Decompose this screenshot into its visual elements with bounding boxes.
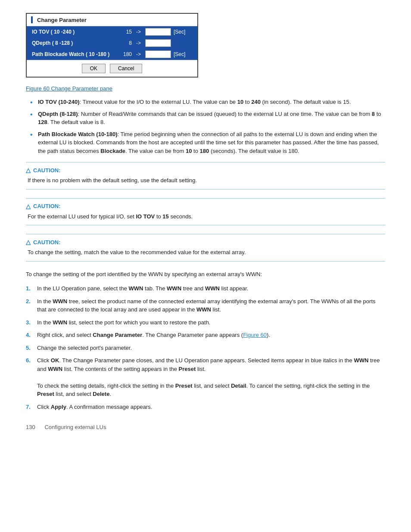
steps-list: 1. In the LU Operation pane, select the … (26, 284, 385, 411)
dialog-row-pbw: Path Blockade Watch ( 10 -180 ) 180 -> [… (27, 49, 197, 60)
figure60-link[interactable]: Figure 60 (243, 332, 267, 338)
change-parameter-dialog: Change Parameter IO TOV ( 10 -240 ) 15 -… (26, 13, 198, 78)
bullet-iotov: IO TOV (10-240): Timeout value for the I… (30, 98, 385, 106)
step-num-7: 7. (26, 403, 33, 411)
step-content-7: Click Apply. A confirmation message appe… (37, 403, 385, 411)
qdepth-input[interactable] (145, 39, 171, 47)
dialog-row-iotov: IO TOV ( 10 -240 ) 15 -> [Sec] (27, 26, 197, 37)
step-6: 6. Click OK. The Change Parameter pane c… (26, 356, 385, 398)
bullet-pbw-text: Path Blockade Watch (10-180): Time perio… (38, 131, 379, 154)
step-num-5: 5. (26, 344, 33, 352)
ok-button[interactable]: OK (82, 64, 106, 73)
caution-triangle-icon-2: △ (26, 203, 31, 210)
iotov-value: 15 (119, 29, 132, 35)
dialog-title-bar: Change Parameter (27, 14, 197, 26)
caution-header-3: △ CAUTION: (26, 239, 385, 246)
step-num-4: 4. (26, 331, 33, 339)
step-content-1: In the LU Operation pane, select the WWN… (37, 284, 385, 293)
iotov-input[interactable] (145, 28, 171, 36)
step-content-3: In the WWN list, select the port for whi… (37, 318, 385, 327)
step-3: 3. In the WWN list, select the port for … (26, 318, 385, 327)
caution-box-1: △ CAUTION: If there is no problem with t… (26, 162, 385, 190)
step-num-1: 1. (26, 284, 33, 293)
bullet-qdepth-text: QDepth (8-128): Number of Read/Write com… (38, 111, 381, 126)
bullet-qdepth: QDepth (8-128): Number of Read/Write com… (30, 110, 385, 127)
step-num-6: 6. (26, 356, 33, 398)
step-num-2: 2. (26, 297, 33, 314)
page-footer: 130 Configuring external LUs (26, 424, 385, 430)
qdepth-value: 8 (119, 40, 132, 46)
iotov-label: IO TOV ( 10 -240 ) (30, 28, 116, 36)
pbw-label: Path Blockade Watch ( 10 -180 ) (30, 50, 116, 58)
caution-label-3: CAUTION: (33, 239, 61, 246)
bullet-pbw: Path Blockade Watch (10-180): Time perio… (30, 130, 385, 156)
step-num-3: 3. (26, 318, 33, 327)
caution-header-2: △ CAUTION: (26, 203, 385, 210)
dialog-title: Change Parameter (37, 17, 87, 23)
step-content-4: Right click, and select Change Parameter… (37, 331, 385, 339)
bullet-iotov-text: IO TOV (10-240): Timeout value for the I… (38, 99, 351, 105)
figure-caption[interactable]: Figure 60 Change Parameter pane (26, 85, 385, 92)
dialog-buttons: OK Cancel (27, 60, 197, 77)
step-content-2: In the WWN tree, select the product name… (37, 297, 385, 314)
page-number: 130 (26, 424, 35, 430)
step-content-5: Change the selected port's parameter. (37, 344, 385, 352)
caution-box-3: △ CAUTION: To change the setting, match … (26, 234, 385, 261)
qdepth-arrow: -> (136, 40, 141, 46)
pbw-input[interactable] (145, 50, 171, 58)
intro-text: To change the setting of the port identi… (26, 270, 385, 279)
step-7: 7. Click Apply. A confirmation message a… (26, 403, 385, 411)
iotov-arrow: -> (136, 29, 141, 35)
dialog-row-qdepth: QDepth ( 8 -128 ) 8 -> (27, 37, 197, 49)
step-5: 5. Change the selected port's parameter. (26, 344, 385, 352)
cancel-button[interactable]: Cancel (110, 64, 142, 73)
pbw-arrow: -> (136, 51, 141, 57)
caution-header-1: △ CAUTION: (26, 167, 385, 174)
caution-label-2: CAUTION: (33, 203, 61, 209)
footer-text: Configuring external LUs (44, 424, 106, 430)
qdepth-label: QDepth ( 8 -128 ) (30, 39, 116, 47)
step-2: 2. In the WWN tree, select the product n… (26, 297, 385, 314)
pbw-unit: [Sec] (174, 51, 187, 57)
step-4: 4. Right click, and select Change Parame… (26, 331, 385, 339)
caution-triangle-icon-1: △ (26, 167, 31, 174)
bullet-list: IO TOV (10-240): Timeout value for the I… (26, 98, 385, 155)
iotov-unit: [Sec] (174, 29, 187, 35)
step-content-6: Click OK. The Change Parameter pane clos… (37, 356, 385, 398)
caution-text-1: If there is no problem with the default … (26, 176, 385, 185)
pbw-value: 180 (119, 51, 132, 57)
caution-label-1: CAUTION: (33, 167, 61, 174)
step-1: 1. In the LU Operation pane, select the … (26, 284, 385, 293)
caution-box-2: △ CAUTION: For the external LU used for … (26, 198, 385, 226)
caution-text-2: For the external LU used for typical I/O… (26, 212, 385, 221)
caution-triangle-icon-3: △ (26, 239, 31, 246)
caution-text-3: To change the setting, match the value t… (26, 248, 385, 257)
